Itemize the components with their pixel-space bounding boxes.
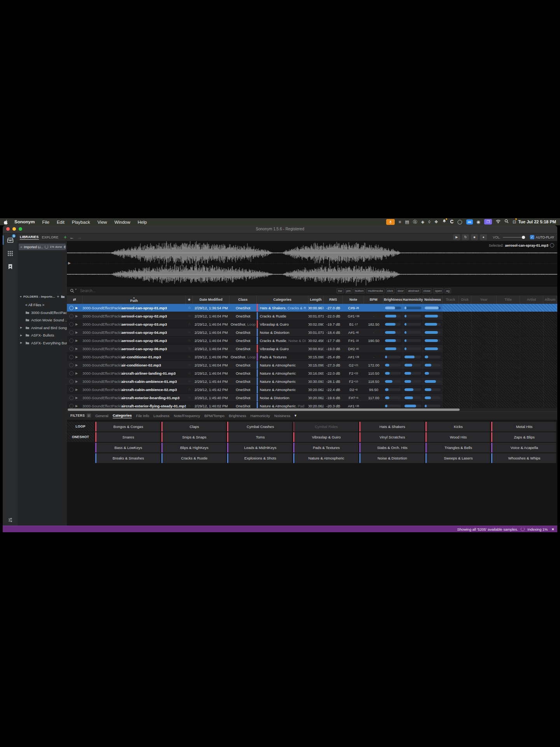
forward-button[interactable]: → — [77, 234, 82, 241]
menubar-play-circle-icon[interactable]: ◉ — [477, 218, 481, 225]
row-select-circle[interactable] — [69, 396, 74, 400]
table-row[interactable]: ▶3000-SoundEffectPack/aircraft-cabin-amb… — [67, 386, 557, 394]
row-select-circle[interactable] — [69, 371, 74, 375]
favorite-star-icon[interactable]: ☆ — [186, 304, 193, 312]
menubar-spotlight-search-icon[interactable] — [504, 218, 509, 225]
category-button-blips-highkeys[interactable]: Blips & HighKeys — [161, 443, 226, 452]
favorite-star-icon[interactable]: ☆ — [186, 402, 193, 408]
category-button-leads-midhikeys[interactable]: Leads & MidHiKeys — [227, 443, 292, 452]
search-bar[interactable]: ▼ Search... bwpmbuttonmultimediaclickdoo… — [67, 286, 557, 295]
collapse-caret-icon[interactable]: ▼ — [19, 295, 22, 298]
filter-panel-toggle-icon[interactable] — [3, 517, 18, 523]
row-play-icon[interactable]: ▶ — [75, 347, 78, 351]
filter-tab-note-frequency[interactable]: Note/Frequency — [174, 414, 200, 418]
column-header-noisiness[interactable]: Noisiness — [423, 295, 443, 304]
filter-tab-brightness[interactable]: Brightness — [229, 414, 246, 418]
play-button[interactable]: ▶ — [453, 234, 460, 240]
row-play-icon[interactable]: ▶ — [75, 323, 78, 326]
autoplay-checkbox[interactable]: ✓ — [530, 235, 534, 239]
table-row[interactable]: ▶3000-SoundEffectPack/aerosol-can-spray-… — [67, 337, 557, 345]
row-play-icon[interactable]: ▶ — [75, 306, 78, 310]
back-button[interactable]: ← — [70, 234, 74, 241]
table-row[interactable]: ▶3000-SoundEffectPack/aerosol-can-spray-… — [67, 320, 557, 328]
favorite-star-icon[interactable]: ☆ — [186, 320, 193, 328]
expander-icon[interactable]: ▶ — [20, 334, 24, 337]
menubar-list-icon[interactable]: ≡ — [399, 218, 401, 225]
category-button-zaps-blips[interactable]: Zaps & Blips — [491, 432, 556, 442]
category-button-bongos-congas[interactable]: Bongos & Congas — [95, 422, 160, 431]
folder-item-all-files[interactable]: < All Files > — [18, 301, 67, 309]
folders-header[interactable]: ▼ FOLDERS - Importe... + — [18, 295, 67, 299]
loop-button[interactable]: ↻ — [462, 234, 469, 240]
filter-tab-bpm-tempo[interactable]: BPM/Tempo — [204, 414, 224, 418]
row-select-circle[interactable] — [69, 363, 74, 367]
menubar-droplet-icon[interactable]: ◊ — [428, 218, 430, 225]
row-select-circle[interactable] — [69, 388, 74, 392]
search-tag-button[interactable]: button — [354, 288, 365, 293]
search-tag-abstract[interactable]: abstract — [406, 288, 420, 293]
folder-item-animal-and-bird-songs[interactable]: ▶Animal and Bird Songs — [18, 324, 67, 332]
category-button-hats-shakers[interactable]: Hats & Shakers — [359, 422, 424, 431]
category-button-breaks-smashes[interactable]: Breaks & Smashes — [95, 453, 160, 463]
column-header-album[interactable]: Album — [543, 295, 557, 304]
column-header-disk[interactable]: Disk — [459, 295, 471, 304]
category-button-voice-acapella[interactable]: Voice & Acapella — [491, 443, 556, 452]
folder-item-asfx-everything-bun[interactable]: ▶ASFX- Everything Bun... — [18, 339, 67, 347]
filter-tab-file-info[interactable]: File Info — [136, 414, 149, 418]
row-select-circle[interactable] — [69, 404, 74, 408]
row-play-icon[interactable]: ▶ — [75, 355, 78, 359]
favorite-star-icon[interactable]: ☆ — [186, 377, 193, 385]
column-header-date-modified[interactable]: Date Modified — [193, 295, 229, 304]
close-window-button[interactable] — [6, 227, 10, 231]
filter-tab-general[interactable]: General — [95, 414, 108, 418]
table-row[interactable]: ▶3000-SoundEffectPack/aircraft-exterior-… — [67, 402, 557, 408]
minimize-window-button[interactable] — [12, 227, 16, 231]
table-row[interactable]: ▶3000-SoundEffectPack/aircraft-airliner-… — [67, 369, 557, 377]
category-button-bass-lowkeys[interactable]: Bass & LowKeys — [95, 443, 160, 452]
column-header-length[interactable]: Length — [308, 295, 324, 304]
menu-window[interactable]: Window — [114, 220, 130, 224]
search-tag-door[interactable]: door — [396, 288, 405, 293]
filter-tab-loudness[interactable]: Loudness — [154, 414, 170, 418]
table-row[interactable]: ▶3000-SoundEffectPack/aerosol-can-spray-… — [67, 328, 557, 337]
table-row[interactable]: ▶3000-SoundEffectPack/air-conditioner-02… — [67, 361, 557, 369]
search-tag-close[interactable]: close — [422, 288, 432, 293]
row-play-icon[interactable]: ▶ — [75, 339, 78, 342]
filter-tab-harmonicity[interactable]: Harmonicity — [250, 414, 270, 418]
dismiss-status-button[interactable]: × — [552, 527, 554, 531]
column-header-note[interactable]: Note — [343, 295, 364, 304]
column-header-track[interactable]: Track — [443, 295, 459, 304]
menu-app-sononym[interactable]: Sononym — [14, 219, 35, 224]
bookmarks-view-icon[interactable] — [3, 260, 18, 273]
favorite-star-icon[interactable]: ☆ — [186, 345, 193, 352]
column-header-favorite[interactable]: ★ — [186, 295, 193, 304]
category-button-pads-textures[interactable]: Pads & Textures — [293, 443, 358, 452]
loop-selection-icon[interactable] — [550, 243, 554, 247]
category-button-vibraslap-guiro[interactable]: Vibraslap & Guiro — [293, 432, 358, 442]
table-row[interactable]: ▶3000-SoundEffectPack/aerosol-can-spray-… — [67, 304, 557, 312]
column-header-harmonicity[interactable]: Harmonicity — [403, 295, 423, 304]
column-header-path[interactable]: ▲Path — [82, 295, 186, 304]
folder-item-action-movie-sound[interactable]: Action Movie Sound ... — [18, 316, 67, 324]
table-row[interactable]: ▶3000-SoundEffectPack/aircraft-cabin-amb… — [67, 377, 557, 386]
table-row[interactable]: ▶3000-SoundEffectPack/air-conditioner-01… — [67, 353, 557, 361]
favorite-star-icon[interactable]: ☆ — [186, 328, 193, 336]
scrollbar-thumb[interactable] — [68, 409, 460, 411]
expander-icon[interactable]: ▶ — [20, 341, 24, 344]
category-button-stabs-orch-hits[interactable]: Stabs & Orch. Hits — [359, 443, 424, 452]
grid-view-icon[interactable] — [3, 247, 18, 260]
row-play-icon[interactable]: ▶ — [75, 388, 78, 391]
menubar-zoom-icon[interactable]: zm — [466, 219, 473, 224]
category-button-cymbal-crashes[interactable]: Cymbal Crashes — [227, 422, 292, 431]
libraries-view-icon[interactable]: 1 — [3, 233, 18, 247]
table-row[interactable]: ▶3000-SoundEffectPack/aircraft-exterior-… — [67, 394, 557, 402]
apple-menu-icon[interactable] — [4, 219, 8, 224]
menubar-microphone-icon[interactable] — [386, 219, 395, 225]
favorite-star-icon[interactable]: ☆ — [186, 386, 193, 393]
table-row[interactable]: ▶3000-SoundEffectPack/aerosol-can-spray-… — [67, 312, 557, 320]
title-bar[interactable]: Sononym 1.5.6 - Registered — [3, 225, 557, 233]
row-select-circle[interactable] — [69, 330, 74, 335]
category-button-sweeps-lasers[interactable]: Sweeps & Lasers — [425, 453, 490, 463]
row-play-icon[interactable]: ▶ — [75, 331, 78, 334]
category-button-snares[interactable]: Snares — [95, 432, 160, 442]
